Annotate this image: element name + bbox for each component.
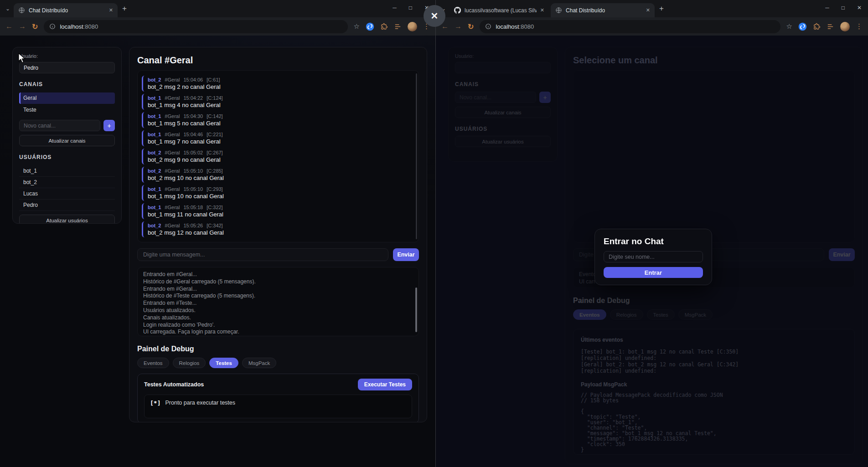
new-tab-button[interactable]: + (659, 4, 664, 13)
message-time: 15:05:18 (183, 204, 203, 210)
messages-scrollbar[interactable] (416, 73, 417, 239)
tab-close-icon[interactable]: ✕ (646, 7, 650, 13)
name-input[interactable] (604, 251, 703, 262)
log-box[interactable]: Entrando em #Geral...Histórico de #Geral… (137, 267, 419, 336)
sidebar-user-item[interactable]: bot_1 (19, 165, 115, 177)
forward-button[interactable]: → (19, 23, 26, 30)
sidebar-channel-item[interactable]: Teste (19, 104, 115, 116)
bookmark-star-icon[interactable]: ☆ (354, 22, 360, 31)
message-username[interactable]: bot_2 (148, 222, 161, 229)
debug-tab-msgpack[interactable]: MsgPack (242, 358, 276, 368)
reload-button[interactable]: ↻ (32, 22, 38, 31)
message-meta: bot_1#Geral15:05:18[C:322] (148, 204, 412, 210)
menu-dots-icon[interactable]: ⋮ (856, 22, 863, 31)
user-label: Usuário: (455, 53, 551, 59)
message-channel: #Geral (165, 131, 180, 138)
refresh-users-button[interactable]: Atualizar usuários (455, 136, 551, 147)
refresh-channels-button[interactable]: Atualizar canais (19, 135, 115, 146)
tab-close-icon[interactable]: ✕ (540, 7, 544, 13)
message-username[interactable]: bot_1 (148, 113, 161, 119)
chat-message: bot_1#Geral15:04:30[C:142]bot_1 msg 5 no… (142, 112, 412, 128)
tests-output: [*] Pronto para executar testes (144, 395, 412, 418)
message-channel: #Geral (165, 186, 180, 192)
back-button[interactable]: ← (441, 23, 449, 30)
message-username[interactable]: bot_2 (148, 77, 161, 83)
username-input[interactable] (19, 62, 115, 73)
username-input[interactable] (455, 62, 551, 73)
site-info-icon[interactable] (485, 23, 491, 30)
last-events-heading: Últimos eventos (581, 337, 847, 343)
browser-tab-chat[interactable]: Chat Distribuído ✕ (551, 3, 655, 17)
refresh-users-button[interactable]: Atualizar usuários (19, 215, 115, 224)
message-username[interactable]: bot_2 (148, 149, 161, 156)
message-text: bot_1 msg 4 no canal Geral (148, 101, 412, 109)
close-window-button[interactable]: ✕ (857, 5, 862, 10)
message-username[interactable]: bot_1 (148, 204, 161, 210)
profile-avatar[interactable] (408, 22, 417, 31)
debug-tab-testes[interactable]: Testes (209, 358, 238, 368)
back-button[interactable]: ← (5, 23, 13, 30)
address-bar[interactable]: localhost:8080 (44, 20, 347, 33)
browser-tab-chat[interactable]: Chat Distribuído ✕ (14, 3, 118, 17)
extensions-puzzle-icon[interactable] (813, 23, 821, 31)
message-text: bot_2 msg 12 no canal Geral (148, 229, 412, 236)
message-time: 15:05:26 (183, 222, 203, 229)
chat-app-page-right: Usuário: CANAIS + Atualizar canais USUÁR… (436, 36, 868, 467)
compose-row: Enviar (137, 248, 419, 261)
message-username[interactable]: bot_1 (148, 95, 161, 101)
profile-avatar[interactable] (840, 22, 850, 31)
new-channel-input[interactable] (19, 120, 100, 131)
screen: ⌄ Chat Distribuído ✕ + ─ □ ✕ ← → ↻ (0, 0, 868, 467)
address-bar[interactable]: localhost:8080 (480, 20, 780, 33)
message-list[interactable]: bot_2#Geral15:04:06[C:61]bot_2 msg 2 no … (137, 70, 419, 242)
run-tests-button[interactable]: Executar Testes (358, 379, 412, 390)
sidebar: Usuário: CANAIS GeralTeste + Atualizar c… (12, 47, 122, 224)
refresh-channels-button[interactable]: Atualizar canais (455, 107, 551, 118)
chat-message: bot_1#Geral15:04:46[C:221]bot_1 msg 7 no… (142, 130, 412, 146)
tab-search-chevron-icon[interactable]: ⌄ (5, 5, 10, 12)
message-username[interactable]: bot_1 (148, 131, 161, 138)
message-text: bot_1 msg 11 no canal Geral (148, 210, 412, 218)
debug-tab-eventos[interactable]: Eventos (573, 309, 606, 320)
reload-button[interactable]: ↻ (468, 22, 474, 31)
minimize-button[interactable]: ─ (393, 5, 397, 10)
add-channel-button[interactable]: + (103, 120, 115, 131)
message-input[interactable] (137, 248, 388, 261)
shazam-extension-icon[interactable] (798, 22, 807, 31)
site-info-icon[interactable] (49, 23, 56, 30)
forward-button[interactable]: → (455, 23, 462, 30)
add-channel-button[interactable]: + (539, 92, 551, 103)
new-channel-input[interactable] (455, 92, 536, 103)
maximize-button[interactable]: □ (409, 5, 412, 10)
users-heading: USUÁRIOS (19, 154, 115, 160)
sidebar-user-item[interactable]: Pedro (19, 200, 115, 211)
minimize-button[interactable]: ─ (825, 5, 829, 10)
debug-tab-relogios[interactable]: Relogios (610, 309, 643, 320)
extensions-puzzle-icon[interactable] (380, 23, 388, 31)
debug-tab-msgpack[interactable]: MsgPack (678, 309, 713, 320)
bookmark-star-icon[interactable]: ☆ (786, 22, 792, 31)
message-time: 15:05:10 (183, 186, 203, 192)
reading-list-icon[interactable] (394, 23, 402, 31)
message-username[interactable]: bot_1 (148, 186, 161, 192)
debug-tab-relogios[interactable]: Relogios (173, 358, 206, 368)
sidebar-user-item[interactable]: bot_2 (19, 177, 115, 188)
reading-list-icon[interactable] (827, 23, 834, 31)
debug-tab-eventos[interactable]: Eventos (137, 358, 169, 368)
tab-close-icon[interactable]: ✕ (109, 7, 113, 13)
globe-favicon-icon (555, 7, 562, 14)
message-username[interactable]: bot_2 (148, 168, 161, 174)
sidebar-channel-item[interactable]: Geral (19, 92, 115, 104)
send-button[interactable]: Enviar (393, 248, 419, 261)
maximize-button[interactable]: □ (842, 5, 845, 10)
log-scrollbar[interactable] (415, 287, 417, 332)
send-button[interactable]: Enviar (829, 248, 855, 261)
sidebar-user-item[interactable]: Lucas (19, 188, 115, 200)
browser-tab-github[interactable]: lucassilvasoftware (Lucas Silva) ✕ (450, 3, 549, 17)
new-tab-button[interactable]: + (122, 4, 127, 13)
enter-chat-button[interactable]: Entrar (604, 267, 703, 278)
tab-title: Chat Distribuído (29, 7, 68, 14)
overlay-close-button[interactable]: ✕ (424, 5, 445, 27)
debug-tab-testes[interactable]: Testes (647, 309, 675, 320)
shazam-extension-icon[interactable] (366, 22, 374, 31)
